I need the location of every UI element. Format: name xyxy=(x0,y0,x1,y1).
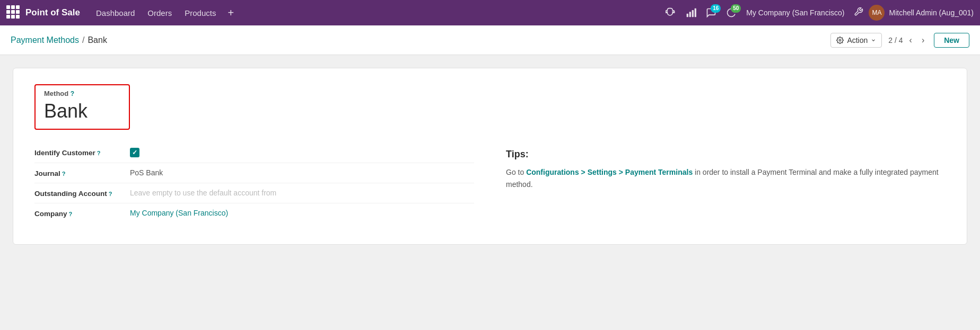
form-right-column: Tips: Go to Configurations > Settings > … xyxy=(506,142,946,223)
field-label-journal: Journal ? xyxy=(34,168,130,177)
field-row-journal: Journal ? PoS Bank xyxy=(34,163,474,183)
nav-plus-button[interactable]: + xyxy=(223,7,238,19)
signal-icon-button[interactable] xyxy=(682,5,699,20)
breadcrumb-parent-link[interactable]: Payment Methods xyxy=(11,35,79,45)
company-name[interactable]: My Company (San Francisco) xyxy=(746,8,844,17)
field-label-identify-customer: Identify Customer ? xyxy=(34,148,130,157)
method-help-icon[interactable]: ? xyxy=(71,90,74,97)
pagination: 2 / 4 ‹ › xyxy=(888,34,928,46)
form-body: Identify Customer ? Journal ? PoS Bank xyxy=(34,142,946,223)
method-label: Method ? xyxy=(44,90,120,97)
field-label-outstanding-account: Outstanding Account ? xyxy=(34,189,130,198)
method-section: Method ? Bank xyxy=(34,84,946,130)
svg-rect-2 xyxy=(692,10,694,17)
avatar[interactable]: MA xyxy=(869,5,885,21)
pagination-label: 2 / 4 xyxy=(888,36,903,44)
svg-rect-1 xyxy=(689,12,691,17)
chat-badge: 16 xyxy=(711,4,721,13)
user-name[interactable]: Mitchell Admin (Aug_001) xyxy=(889,8,974,17)
refresh-icon-button[interactable]: 50 xyxy=(723,5,740,20)
svg-rect-3 xyxy=(695,8,696,17)
form-card: Method ? Bank Identify Customer ? xyxy=(13,68,967,245)
form-left-column: Identify Customer ? Journal ? PoS Bank xyxy=(34,142,474,223)
field-value-company[interactable]: My Company (San Francisco) xyxy=(130,209,474,217)
breadcrumb-bar: Payment Methods / Bank Action 2 / 4 ‹ › … xyxy=(0,25,980,55)
outstanding-account-help[interactable]: ? xyxy=(109,191,112,197)
top-navigation: Point of Sale Dashboard Orders Products … xyxy=(0,0,980,25)
svg-rect-0 xyxy=(687,14,688,17)
settings-wrench-icon[interactable] xyxy=(851,5,867,21)
apps-grid-icon[interactable] xyxy=(6,5,21,20)
field-value-identify-customer xyxy=(130,148,474,157)
tips-section: Tips: Go to Configurations > Settings > … xyxy=(506,145,946,194)
nav-products[interactable]: Products xyxy=(179,6,221,20)
new-button[interactable]: New xyxy=(934,33,969,48)
tips-configurations-link[interactable]: Configurations > Settings > Payment Term… xyxy=(526,168,693,176)
app-title[interactable]: Point of Sale xyxy=(25,7,80,18)
breadcrumb-separator: / xyxy=(82,35,84,45)
nav-dashboard[interactable]: Dashboard xyxy=(91,6,140,20)
main-content: Method ? Bank Identify Customer ? xyxy=(0,55,980,330)
pagination-next[interactable]: › xyxy=(918,34,928,46)
method-value: Bank xyxy=(44,100,120,122)
pagination-prev[interactable]: ‹ xyxy=(906,34,915,46)
breadcrumb-actions: Action 2 / 4 ‹ › New xyxy=(830,33,969,48)
tips-text: Go to Configurations > Settings > Paymen… xyxy=(506,166,946,190)
identify-customer-help[interactable]: ? xyxy=(97,150,101,156)
journal-help[interactable]: ? xyxy=(62,171,66,177)
svg-point-4 xyxy=(839,39,842,41)
breadcrumb-current: Bank xyxy=(88,35,107,45)
method-field-box[interactable]: Method ? Bank xyxy=(34,84,130,130)
tips-title: Tips: xyxy=(506,149,946,160)
identify-customer-checkbox[interactable] xyxy=(130,148,139,157)
breadcrumb: Payment Methods / Bank xyxy=(11,35,830,45)
action-button[interactable]: Action xyxy=(830,33,882,48)
field-value-outstanding-account[interactable]: Leave empty to use the default account f… xyxy=(130,189,474,197)
action-button-label: Action xyxy=(847,36,868,44)
field-row-identify-customer: Identify Customer ? xyxy=(34,142,474,163)
field-row-outstanding-account: Outstanding Account ? Leave empty to use… xyxy=(34,183,474,203)
company-help[interactable]: ? xyxy=(69,211,73,217)
nav-orders[interactable]: Orders xyxy=(142,6,177,20)
field-row-company: Company ? My Company (San Francisco) xyxy=(34,203,474,223)
field-value-journal[interactable]: PoS Bank xyxy=(130,168,474,177)
bug-icon-button[interactable] xyxy=(662,5,679,20)
chat-icon-button[interactable]: 16 xyxy=(703,5,720,20)
field-label-company: Company ? xyxy=(34,209,130,218)
refresh-badge: 50 xyxy=(731,4,741,13)
nav-icon-group: 16 50 xyxy=(662,5,740,20)
